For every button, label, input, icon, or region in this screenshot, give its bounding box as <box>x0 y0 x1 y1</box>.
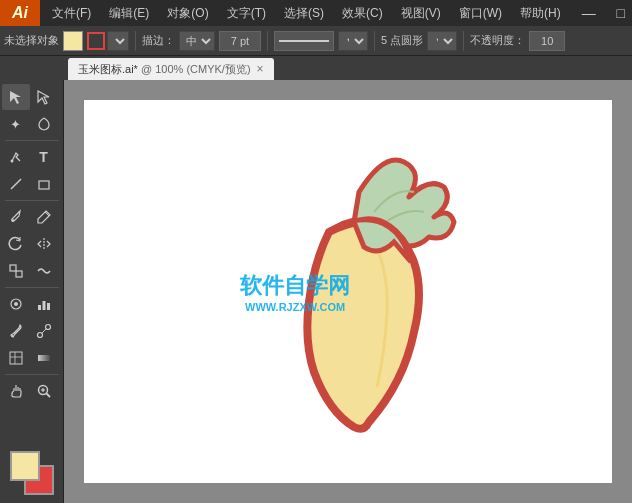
stroke-swatch[interactable] <box>87 32 105 50</box>
tool-sep-2 <box>5 200 59 201</box>
tool-row-11 <box>2 378 62 404</box>
tool-sep-4 <box>5 374 59 375</box>
tool-row-8 <box>2 291 62 317</box>
tab-title: 玉米图标.ai* @ 100% (CMYK/预览) <box>78 62 251 77</box>
svg-line-22 <box>46 394 50 398</box>
hand-tool[interactable] <box>2 378 30 404</box>
rotate-tool[interactable] <box>2 231 30 257</box>
tabbar: 玉米图标.ai* @ 100% (CMYK/预览) × <box>0 56 632 80</box>
stroke-label: 描边： <box>142 33 175 48</box>
titlebar: Ai 文件(F) 编辑(E) 对象(O) 文字(T) 选择(S) 效果(C) 视… <box>0 0 632 26</box>
svg-point-13 <box>11 335 13 337</box>
blend-tool[interactable] <box>30 318 58 344</box>
tool-row-6 <box>2 231 62 257</box>
selection-tool[interactable] <box>2 84 30 110</box>
mirror-tool[interactable] <box>30 231 58 257</box>
graph-tool[interactable] <box>30 291 58 317</box>
tool-row-1 <box>2 84 62 110</box>
line-tool[interactable] <box>2 171 30 197</box>
dot-style-select[interactable]: ▼ <box>427 31 457 51</box>
svg-rect-12 <box>47 303 50 310</box>
menu-view[interactable]: 视图(V) <box>393 3 449 24</box>
svg-rect-17 <box>10 352 22 364</box>
menu-effect[interactable]: 效果(C) <box>334 3 391 24</box>
tool-row-3: T <box>2 144 62 170</box>
menu-bar: 文件(F) 编辑(E) 对象(O) 文字(T) 选择(S) 效果(C) 视图(V… <box>40 0 573 26</box>
opacity-input[interactable] <box>529 31 565 51</box>
eyedropper-tool[interactable] <box>2 318 30 344</box>
app-logo: Ai <box>0 0 40 26</box>
stroke-align-select[interactable]: 中 <box>179 31 215 51</box>
sep2 <box>267 31 268 51</box>
tool-row-10 <box>2 345 62 371</box>
warp-tool[interactable] <box>30 258 58 284</box>
stroke-preview <box>274 31 334 51</box>
stroke-width-input[interactable] <box>219 31 261 51</box>
scale-tool[interactable] <box>2 258 30 284</box>
sep3 <box>374 31 375 51</box>
left-toolbar: ✦ T <box>0 80 64 503</box>
color-box-container <box>10 451 54 495</box>
menu-select[interactable]: 选择(S) <box>276 3 332 24</box>
tool-row-4 <box>2 171 62 197</box>
pen-tool[interactable] <box>2 144 30 170</box>
menu-help[interactable]: 帮助(H) <box>512 3 569 24</box>
selection-label: 未选择对象 <box>4 33 59 48</box>
lasso-tool[interactable] <box>30 111 58 137</box>
tool-sep-3 <box>5 287 59 288</box>
tab-close-button[interactable]: × <box>257 63 264 75</box>
svg-line-1 <box>11 179 21 189</box>
svg-rect-10 <box>38 305 41 310</box>
document-tab[interactable]: 玉米图标.ai* @ 100% (CMYK/预览) × <box>68 58 274 80</box>
minimize-button[interactable]: — <box>573 0 605 26</box>
sep4 <box>463 31 464 51</box>
svg-line-16 <box>42 329 46 333</box>
svg-point-3 <box>11 219 13 221</box>
menu-object[interactable]: 对象(O) <box>159 3 216 24</box>
maximize-button[interactable]: □ <box>605 0 632 26</box>
tool-row-9 <box>2 318 62 344</box>
pencil-tool[interactable] <box>30 204 58 230</box>
svg-rect-20 <box>38 355 50 361</box>
canvas-background: 软件自学网 WWW.RJZXW.COM <box>84 100 612 483</box>
gradient-tool[interactable] <box>30 345 58 371</box>
zoom-tool[interactable] <box>30 378 58 404</box>
stroke-line <box>279 40 329 42</box>
svg-rect-7 <box>16 271 22 277</box>
dot-label: 5 点圆形 <box>381 33 423 48</box>
carrot-illustration <box>229 132 489 452</box>
tool-row-7 <box>2 258 62 284</box>
svg-point-9 <box>14 302 18 306</box>
symbol-tool[interactable] <box>2 291 30 317</box>
type-tool[interactable]: T <box>30 144 58 170</box>
svg-point-15 <box>45 325 50 330</box>
color-boxes <box>2 451 62 499</box>
menu-edit[interactable]: 编辑(E) <box>101 3 157 24</box>
stroke-style-select[interactable]: ▼ <box>338 31 368 51</box>
sep1 <box>135 31 136 51</box>
canvas-area[interactable]: 软件自学网 WWW.RJZXW.COM <box>64 80 632 503</box>
menu-window[interactable]: 窗口(W) <box>451 3 510 24</box>
svg-rect-2 <box>39 181 49 189</box>
fill-color-swatch[interactable] <box>63 31 83 51</box>
main-area: ✦ T <box>0 80 632 503</box>
window-controls: — □ ✕ <box>573 0 632 26</box>
svg-rect-6 <box>10 265 16 271</box>
svg-point-14 <box>37 333 42 338</box>
tool-row-2: ✦ <box>2 111 62 137</box>
svg-rect-11 <box>42 301 45 310</box>
tool-row-5 <box>2 204 62 230</box>
menu-type[interactable]: 文字(T) <box>219 3 274 24</box>
toolbar: 未选择对象 ▼ 描边： 中 ▼ 5 点圆形 ▼ 不透明度： <box>0 26 632 56</box>
fill-color-box[interactable] <box>10 451 40 481</box>
mesh-tool[interactable] <box>2 345 30 371</box>
magic-wand-tool[interactable]: ✦ <box>2 111 30 137</box>
shape-tool[interactable] <box>30 171 58 197</box>
stroke-type-select[interactable]: ▼ <box>107 31 129 51</box>
tool-sep-1 <box>5 140 59 141</box>
opacity-label: 不透明度： <box>470 33 525 48</box>
svg-point-0 <box>10 160 13 163</box>
direct-selection-tool[interactable] <box>30 84 58 110</box>
paintbrush-tool[interactable] <box>2 204 30 230</box>
menu-file[interactable]: 文件(F) <box>44 3 99 24</box>
